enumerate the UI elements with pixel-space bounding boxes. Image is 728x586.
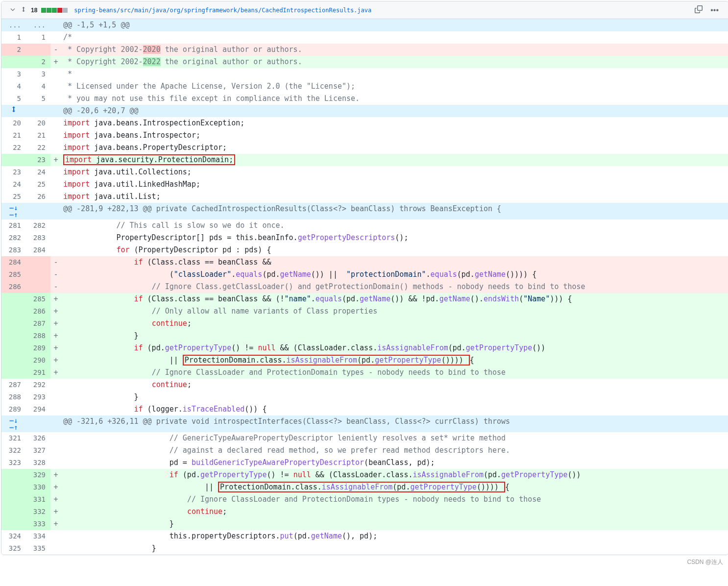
diff-line-add: 288+ } — [1, 330, 728, 342]
diff-line-add: 333+ } — [1, 518, 728, 530]
diff-line: 2324import java.util.Collections; — [1, 166, 728, 178]
diff-line: 2020import java.beans.IntrospectionExcep… — [1, 117, 728, 129]
expand-blob[interactable]: ... — [1, 19, 26, 31]
diff-line-add: 291+ // Ignore ClassLoader and Protectio… — [1, 366, 728, 379]
diff-line-add: 332+ continue; — [1, 506, 728, 518]
watermark: CSDN @连人 — [0, 556, 728, 568]
diff-line: 44 * Licensed under the Apache License, … — [1, 80, 728, 93]
diff-line: 288293 } — [1, 391, 728, 403]
diff-line-add: 286+ // Only allow all name variants of … — [1, 305, 728, 317]
expand-hunk[interactable]: ⋯↓⋯↑ @@ -321,6 +326,11 @@ private void i… — [1, 415, 728, 432]
diff-line-add: 287+ continue; — [1, 317, 728, 330]
diff-line-add: 331+ // Ignore ClassLoader and Protectio… — [1, 493, 728, 506]
diff-line-del: 286- // Ignore Class.getClassLoader() an… — [1, 281, 728, 293]
diff-line: 2526import java.util.List; — [1, 191, 728, 203]
diff-line-add-highlighted: 290+ || ProtectionDomain.class.isAssigna… — [1, 354, 728, 366]
hunk-header: ... ... @@ -1,5 +1,5 @@ — [1, 19, 728, 31]
diff-line: 2222import java.beans.PropertyDescriptor… — [1, 142, 728, 154]
diff-line: 289294 if (logger.isTraceEnabled()) { — [1, 403, 728, 415]
diff-line: 325335 } — [1, 542, 728, 555]
diff-line: 321326 // GenericTypeAwarePropertyDescri… — [1, 432, 728, 444]
diff-line-add: 289+ if (pd.getPropertyType() != null &&… — [1, 342, 728, 354]
copy-path-icon[interactable] — [695, 5, 703, 15]
change-count: 18 — [31, 7, 37, 14]
diff-line: 324334 this.propertyDescriptors.put(pd.g… — [1, 530, 728, 542]
diff-line-del: 2- * Copyright 2002-2020 the original au… — [1, 44, 728, 56]
file-path-link[interactable]: spring-beans/src/main/java/org/springfra… — [74, 7, 691, 14]
expand-hunk[interactable]: @@ -20,6 +20,7 @@ — [1, 105, 728, 117]
diff-file: 18 spring-beans/src/main/java/org/spring… — [1, 1, 728, 555]
diff-line-add-highlighted: 330+ || ProtectionDomain.class.isAssigna… — [1, 481, 728, 493]
diff-line: 323328 pd = buildGenericTypeAwarePropert… — [1, 457, 728, 469]
diff-line: 283284 for (PropertyDescriptor pd : pds)… — [1, 244, 728, 256]
diff-line: 322327 // against a declared read method… — [1, 444, 728, 457]
diff-line: 281282 // This call is slow so we do it … — [1, 220, 728, 232]
collapse-toggle[interactable] — [9, 6, 16, 14]
diff-line-del: 285- ("classLoader".equals(pd.getName())… — [1, 269, 728, 281]
diff-line: 33 * — [1, 68, 728, 80]
diff-line-add: 2+ * Copyright 2002-2022 the original au… — [1, 56, 728, 68]
diff-line: 287292 continue; — [1, 379, 728, 391]
diffstat — [41, 8, 68, 13]
diff-line-del: 284- if (Class.class == beanClass && — [1, 256, 728, 269]
file-header: 18 spring-beans/src/main/java/org/spring… — [1, 1, 728, 19]
diff-table: ... ... @@ -1,5 +1,5 @@ 11/* 2- * Copyri… — [1, 19, 728, 555]
diff-line-add: 285+ if (Class.class == beanClass && (!"… — [1, 293, 728, 305]
diff-line-add: 329+ if (pd.getPropertyType() != null &&… — [1, 469, 728, 481]
file-menu-button[interactable]: ••• — [708, 6, 721, 15]
diff-line-add-highlighted: 23+import java.security.ProtectionDomain… — [1, 154, 728, 166]
diff-line: 2425import java.util.LinkedHashMap; — [1, 178, 728, 191]
expand-hunk[interactable]: ⋯↓⋯↑ @@ -281,9 +282,13 @@ private Cached… — [1, 203, 728, 220]
diff-line: 282283 PropertyDescriptor[] pds = this.b… — [1, 232, 728, 244]
expand-all-icon[interactable] — [20, 6, 27, 14]
diff-line: 2121import java.beans.Introspector; — [1, 129, 728, 142]
diff-line: 55 * you may not use this file except in… — [1, 93, 728, 105]
diff-line: 11/* — [1, 31, 728, 44]
